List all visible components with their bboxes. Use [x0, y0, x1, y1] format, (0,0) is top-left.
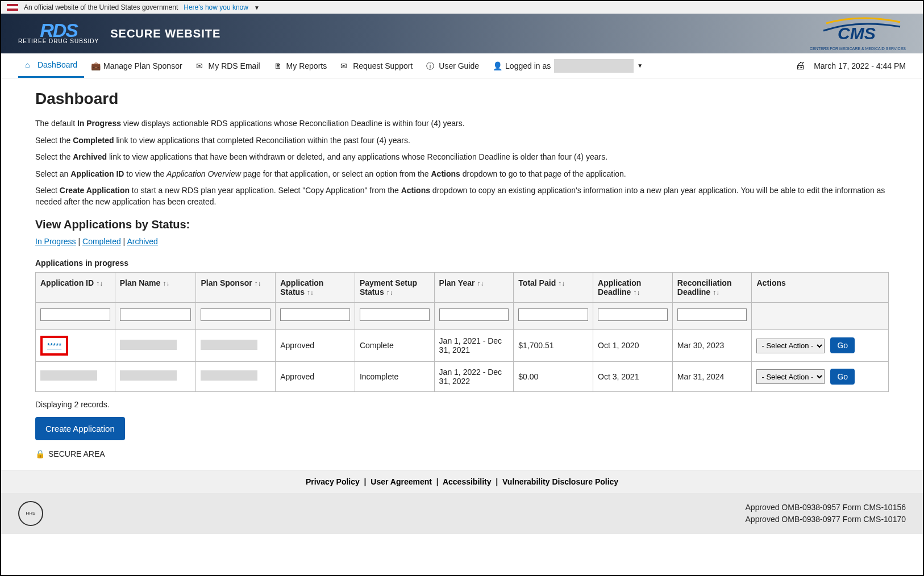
filter-plan-year[interactable] [439, 308, 509, 321]
footer-accessibility[interactable]: Accessibility [443, 477, 492, 486]
action-select[interactable]: - Select Action - [756, 339, 825, 353]
filter-app-status[interactable] [280, 308, 350, 321]
cell-app-deadline: Oct 3, 2021 [593, 361, 673, 391]
nav-dashboard[interactable]: ⌂ DashBoard [18, 53, 84, 78]
header: RDS RETIREE DRUG SUBSIDY SECURE WEBSITE … [1, 14, 923, 53]
username-redacted [554, 59, 634, 73]
filter-app-deadline[interactable] [598, 308, 668, 321]
subhead: View Applications by Status: [35, 218, 889, 231]
filter-app-id[interactable] [40, 308, 110, 321]
description: The default In Progress view displays ac… [35, 118, 889, 208]
cell-payment-status: Complete [355, 329, 434, 361]
table-row: ***** Approved Complete Jan 1, 2021 - De… [36, 329, 889, 361]
gov-banner-text: An official website of the United States… [24, 3, 178, 11]
applications-table: Application ID ↑↓ Plan Name ↑↓ Plan Spon… [35, 272, 889, 392]
print-icon[interactable]: 🖨 [796, 60, 806, 72]
nav-request-support[interactable]: ✉ Request Support [334, 53, 419, 78]
cell-payment-status: Incomplete [355, 361, 434, 391]
secure-area-label: 🔒 SECURE AREA [35, 449, 889, 458]
svg-text:CMS: CMS [838, 24, 876, 43]
status-links: In Progress | Completed | Archived [35, 237, 889, 246]
filter-recon-deadline[interactable] [677, 308, 747, 321]
briefcase-icon: 💼 [91, 61, 100, 70]
col-payment-status[interactable]: Payment Setup Status ↑↓ [355, 272, 434, 302]
cms-subtitle: CENTERS FOR MEDICARE & MEDICAID SERVICES [810, 47, 906, 51]
plan-sponsor-redacted [201, 340, 257, 350]
cell-total-paid: $1,700.51 [514, 329, 593, 361]
link-archived[interactable]: Archived [127, 237, 157, 246]
filter-payment-status[interactable] [360, 308, 430, 321]
col-plan-year[interactable]: Plan Year ↑↓ [434, 272, 514, 302]
create-application-button[interactable]: Create Application [35, 417, 125, 440]
cell-plan-year: Jan 1, 2021 - Dec 31, 2021 [434, 329, 514, 361]
link-completed[interactable]: Completed [82, 237, 121, 246]
page-title: Dashboard [35, 90, 889, 108]
link-in-progress[interactable]: In Progress [35, 237, 76, 246]
sort-icon: ↑↓ [163, 279, 169, 287]
cell-app-status: Approved [276, 361, 355, 391]
omb-line-2: Approved OMB-0938-0977 Form CMS-10170 [746, 514, 906, 525]
cell-total-paid: $0.00 [514, 361, 593, 391]
col-plan-sponsor[interactable]: Plan Sponsor ↑↓ [196, 272, 276, 302]
sort-icon: ↑↓ [558, 279, 565, 287]
records-count: Displaying 2 records. [35, 400, 889, 409]
user-icon: 👤 [493, 61, 502, 70]
filter-total-paid[interactable] [518, 308, 588, 321]
mail-icon: ✉ [340, 61, 349, 70]
nav-my-reports[interactable]: 🗎 My Reports [267, 53, 334, 78]
filter-plan-sponsor[interactable] [201, 308, 270, 321]
chevron-down-icon[interactable]: ▼ [637, 62, 643, 69]
footer-privacy[interactable]: Privacy Policy [306, 477, 360, 486]
col-plan-name[interactable]: Plan Name ↑↓ [115, 272, 196, 302]
mail-icon: ✉ [196, 61, 205, 70]
cell-app-status: Approved [276, 329, 355, 361]
cell-recon-deadline: Mar 31, 2024 [672, 361, 752, 391]
navbar: ⌂ DashBoard 💼 Manage Plan Sponsor ✉ My R… [1, 53, 923, 78]
nav-manage-plan-sponsor[interactable]: 💼 Manage Plan Sponsor [84, 53, 189, 78]
omb-line-1: Approved OMB-0938-0957 Form CMS-10156 [746, 502, 906, 514]
col-app-status[interactable]: Application Status ↑↓ [276, 272, 355, 302]
cms-logo: CMS CENTERS FOR MEDICARE & MEDICAID SERV… [810, 16, 906, 51]
main-content: Dashboard The default In Progress view d… [1, 78, 923, 470]
sort-icon: ↑↓ [477, 279, 484, 287]
plan-sponsor-redacted [201, 370, 257, 381]
nav-user-guide[interactable]: ⓘ User Guide [419, 53, 486, 78]
table-title: Applications in progress [35, 258, 889, 268]
home-icon: ⌂ [25, 60, 34, 69]
footer-bottom: HHS Approved OMB-0938-0957 Form CMS-1015… [1, 493, 923, 534]
secure-website-title: SECURE WEBSITE [110, 27, 220, 40]
col-total-paid[interactable]: Total Paid ↑↓ [514, 272, 593, 302]
table-row: Approved Incomplete Jan 1, 2022 - Dec 31… [36, 361, 889, 391]
cell-recon-deadline: Mar 30, 2023 [672, 329, 752, 361]
sort-icon: ↑↓ [307, 289, 314, 297]
plan-name-redacted [120, 370, 177, 381]
app-id-redacted [40, 370, 97, 381]
cell-app-deadline: Oct 1, 2020 [593, 329, 673, 361]
footer-user-agreement[interactable]: User Agreement [371, 477, 432, 486]
go-button[interactable]: Go [830, 369, 855, 385]
sort-icon: ↑↓ [386, 289, 393, 297]
go-button[interactable]: Go [830, 337, 855, 353]
footer-vulnerability[interactable]: Vulnerability Disclosure Policy [502, 477, 618, 486]
nav-my-rds-email[interactable]: ✉ My RDS Email [189, 53, 267, 78]
app-id-link[interactable]: ***** [40, 336, 68, 356]
plan-name-redacted [120, 340, 177, 350]
gov-banner-link[interactable]: Here's how you know [184, 3, 248, 11]
filter-row [36, 302, 889, 329]
col-actions: Actions [752, 272, 889, 302]
col-app-deadline[interactable]: Application Deadline ↑↓ [593, 272, 673, 302]
cell-plan-year: Jan 1, 2022 - Dec 31, 2022 [434, 361, 514, 391]
rds-logo: RDS RETIREE DRUG SUBSIDY [18, 23, 99, 44]
lock-icon: 🔒 [35, 449, 45, 458]
timestamp: March 17, 2022 - 4:44 PM [814, 61, 906, 70]
sort-icon: ↑↓ [633, 289, 640, 297]
document-icon: 🗎 [274, 61, 283, 70]
gov-banner: An official website of the United States… [1, 1, 923, 14]
nav-logged-in: 👤 Logged in as ▼ [486, 53, 650, 78]
filter-plan-name[interactable] [120, 308, 192, 321]
col-app-id[interactable]: Application ID ↑↓ [36, 272, 115, 302]
col-recon-deadline[interactable]: Reconciliation Deadline ↑↓ [672, 272, 752, 302]
chevron-down-icon[interactable]: ▼ [254, 5, 260, 11]
action-select[interactable]: - Select Action - [756, 369, 825, 384]
info-icon: ⓘ [426, 61, 435, 70]
